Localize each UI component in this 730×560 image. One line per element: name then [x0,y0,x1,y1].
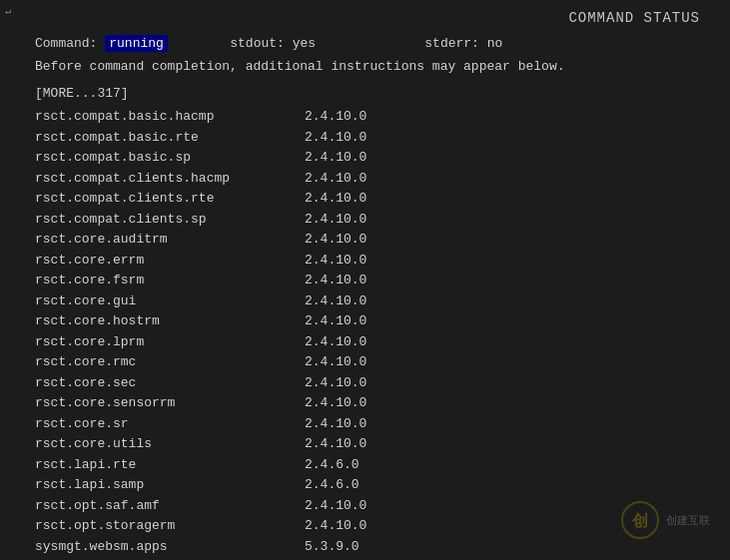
pkg-version: 2.4.10.0 [305,210,366,230]
pkg-name: rsct.compat.basic.hacmp [35,107,305,127]
list-item: rsct.core.sensorrm2.4.10.0 [35,393,720,413]
list-item: rsct.opt.saf.amf2.4.10.0 [35,496,720,516]
pkg-version: 2.4.10.0 [305,251,366,271]
pkg-version: 2.4.10.0 [305,107,366,127]
pkg-name: rsct.core.lprm [35,332,305,352]
pkg-name: rsct.compat.clients.hacmp [35,169,305,189]
list-item: rsct.compat.basic.rte2.4.10.0 [35,128,720,148]
pkg-version: 2.4.10.0 [305,169,366,189]
list-item: rsct.core.fsrm2.4.10.0 [35,271,720,290]
pkg-version: 2.4.10.0 [305,230,366,250]
pkg-name: rsct.core.gui [35,291,305,311]
list-item: rsct.core.errm2.4.10.0 [35,251,720,271]
pkg-name: rsct.opt.saf.amf [35,496,305,516]
list-item: sysmgt.websm.apps5.3.9.0 [35,537,720,557]
list-item: rsct.lapi.rte2.4.6.0 [35,455,720,475]
list-item: rsct.core.hostrm2.4.10.0 [35,311,720,331]
list-item: rsct.compat.basic.sp2.4.10.0 [35,148,720,168]
package-list: rsct.compat.basic.hacmp2.4.10.0 rsct.com… [35,107,720,560]
list-item: rsct.core.utils2.4.10.0 [35,434,720,454]
info-line: Before command completion, additional in… [35,59,720,74]
watermark: 创 创建互联 [620,500,710,540]
command-line: Command: running stdout: yes stderr: no [35,36,720,51]
pkg-version: 2.4.10.0 [305,373,366,393]
pkg-name: rsct.core.hostrm [35,311,305,331]
pkg-version: 2.4.10.0 [305,148,366,168]
list-item: rsct.core.rmc2.4.10.0 [35,352,720,372]
pkg-name: rsct.core.fsrm [35,271,305,290]
pkg-name: rsct.core.utils [35,434,305,454]
pkg-name: rsct.core.sensorrm [35,393,305,413]
pkg-version: 2.4.6.0 [305,455,360,475]
pkg-name: rsct.compat.clients.sp [35,210,305,230]
pkg-version: 2.4.10.0 [305,393,366,413]
terminal-window: ↵ COMMAND STATUS Command: running stdout… [0,0,730,560]
pkg-name: rsct.core.sec [35,373,305,393]
pkg-version: 2.4.10.0 [305,311,366,331]
pkg-name: rsct.core.errm [35,251,305,271]
pkg-name: rsct.lapi.rte [35,455,305,475]
list-item: rsct.core.lprm2.4.10.0 [35,332,720,352]
command-status-value: running [105,35,168,52]
stderr-value: no [487,36,503,51]
pkg-name: rsct.core.rmc [35,352,305,372]
pkg-version: 2.4.10.0 [305,414,366,434]
list-item: rsct.core.gui2.4.10.0 [35,291,720,311]
list-item: rsct.compat.clients.rte2.4.10.0 [35,189,720,209]
pkg-name: rsct.core.auditrm [35,230,305,250]
pkg-version: 5.3.9.0 [305,537,360,557]
watermark-text: 创建互联 [666,513,710,528]
list-item: rsct.compat.clients.hacmp2.4.10.0 [35,169,720,189]
pkg-version: 2.4.10.0 [305,271,366,290]
list-item: rsct.lapi.samp2.4.6.0 [35,475,720,495]
svg-text:创: 创 [631,512,648,531]
list-item: rsct.core.auditrm2.4.10.0 [35,230,720,250]
list-item: rsct.opt.storagerm2.4.10.0 [35,516,720,536]
title-bar: COMMAND STATUS [35,10,720,26]
pkg-name: sysmgt.websm.apps [35,537,305,557]
pkg-version: 2.4.10.0 [305,434,366,454]
pkg-version: 2.4.6.0 [305,475,360,495]
pkg-name: rsct.compat.basic.sp [35,148,305,168]
pkg-name: rsct.opt.storagerm [35,516,305,536]
stderr-label: stderr: [424,36,479,51]
watermark-icon: 创 [620,500,660,540]
pkg-version: 2.4.10.0 [305,352,366,372]
pkg-version: 2.4.10.0 [305,189,366,209]
pkg-name: rsct.compat.basic.rte [35,128,305,148]
list-item: rsct.core.sec2.4.10.0 [35,373,720,393]
stdout-value: yes [293,36,316,51]
pkg-name: rsct.compat.clients.rte [35,189,305,209]
pkg-version: 2.4.10.0 [305,291,366,311]
stdout-label: stdout: [230,36,285,51]
pkg-version: 2.4.10.0 [305,332,366,352]
more-line: [MORE...317] [35,86,720,101]
list-item: rsct.compat.basic.hacmp2.4.10.0 [35,107,720,127]
pkg-name: rsct.core.sr [35,414,305,434]
list-item: rsct.compat.clients.sp2.4.10.0 [35,210,720,230]
pkg-version: 2.4.10.0 [305,516,366,536]
pkg-version: 2.4.10.0 [305,496,366,516]
command-status-title: COMMAND STATUS [568,10,700,26]
corner-mark: ↵ [5,5,11,17]
list-item: rsct.core.sr2.4.10.0 [35,414,720,434]
pkg-version: 2.4.10.0 [305,128,366,148]
pkg-name: rsct.lapi.samp [35,475,305,495]
command-label: Command: [35,36,97,51]
